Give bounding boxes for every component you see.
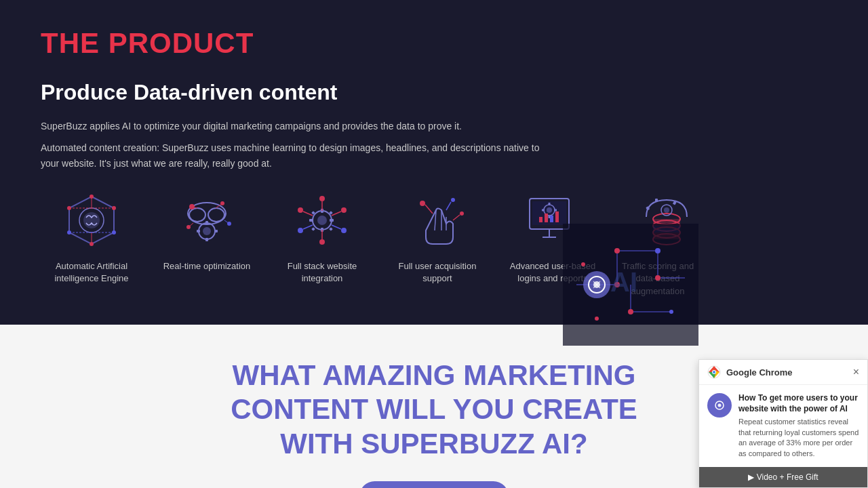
notification-popup: Google Chrome × How To get more users to… bbox=[698, 359, 868, 488]
svg-rect-23 bbox=[214, 230, 218, 232]
description-1: SuperBuzz applies AI to optimize your di… bbox=[41, 119, 549, 134]
svg-line-52 bbox=[332, 225, 341, 229]
notification-browser-label: Google Chrome bbox=[726, 367, 793, 378]
feature-user-acquisition-label: Full user acquisition support bbox=[387, 260, 488, 285]
svg-point-16 bbox=[189, 208, 205, 222]
start-free-button[interactable]: START FOR FREE > bbox=[359, 481, 509, 488]
realtime-icon bbox=[176, 191, 237, 252]
notification-content-title: How To get more users to your website wi… bbox=[738, 393, 859, 414]
stack-website-icon bbox=[292, 191, 353, 252]
svg-rect-36 bbox=[309, 219, 313, 222]
product-title: THE PRODUCT bbox=[41, 27, 827, 60]
notification-close-button[interactable]: × bbox=[853, 367, 859, 378]
svg-point-58 bbox=[451, 198, 455, 202]
description-2: Automated content creation: SuperBuzz us… bbox=[41, 140, 549, 171]
svg-point-33 bbox=[317, 216, 327, 225]
svg-point-117 bbox=[718, 404, 722, 407]
notification-content-text: Repeat customer statistics reveal that r… bbox=[738, 417, 859, 459]
svg-point-43 bbox=[298, 207, 303, 213]
features-row: Automatic Artificial intelligence Engine bbox=[41, 191, 827, 298]
top-section: THE PRODUCT Produce Data-driven content … bbox=[0, 0, 868, 325]
svg-point-99 bbox=[655, 248, 660, 253]
ai-engine-icon bbox=[61, 191, 122, 252]
svg-line-50 bbox=[303, 225, 313, 229]
svg-line-61 bbox=[446, 202, 451, 210]
svg-rect-40 bbox=[311, 227, 315, 231]
svg-point-47 bbox=[341, 207, 347, 213]
svg-line-60 bbox=[425, 205, 433, 214]
svg-rect-21 bbox=[205, 238, 208, 241]
notification-header-left: Google Chrome bbox=[707, 365, 793, 379]
svg-rect-41 bbox=[329, 227, 333, 231]
svg-point-2 bbox=[83, 212, 100, 228]
svg-point-17 bbox=[208, 208, 224, 222]
svg-point-103 bbox=[669, 310, 673, 314]
svg-rect-69 bbox=[548, 203, 550, 205]
svg-line-53 bbox=[332, 211, 341, 216]
svg-point-104 bbox=[595, 317, 599, 321]
svg-point-19 bbox=[203, 227, 211, 235]
svg-point-59 bbox=[460, 211, 464, 216]
svg-rect-73 bbox=[539, 217, 542, 222]
notification-footer[interactable]: ▶ Video + Free Gift bbox=[699, 467, 867, 487]
svg-point-88 bbox=[664, 207, 669, 213]
svg-rect-20 bbox=[205, 221, 208, 224]
feature-stack-website-label: Full stack website integration bbox=[271, 260, 373, 285]
feature-user-acquisition: Full user acquisition support bbox=[387, 191, 488, 285]
feature-stack-website: Full stack website integration bbox=[271, 191, 373, 285]
svg-point-45 bbox=[319, 239, 325, 245]
svg-rect-72 bbox=[554, 209, 557, 211]
svg-point-68 bbox=[547, 207, 552, 213]
svg-rect-22 bbox=[197, 230, 200, 232]
svg-text:AI: AI bbox=[610, 267, 637, 297]
svg-point-102 bbox=[581, 262, 585, 266]
notification-body: How To get more users to your website wi… bbox=[699, 385, 867, 467]
svg-point-114 bbox=[713, 371, 715, 373]
feature-ai-engine: Automatic Artificial intelligence Engine bbox=[41, 191, 142, 285]
svg-rect-37 bbox=[330, 219, 334, 222]
section-heading: Produce Data-driven content bbox=[41, 80, 827, 105]
svg-rect-74 bbox=[545, 214, 548, 222]
chrome-icon bbox=[707, 365, 721, 379]
cta-heading: WHAT AMAZING MARKETING CONTENT WILL YOU … bbox=[197, 359, 671, 461]
svg-line-31 bbox=[189, 223, 193, 227]
feature-realtime: Real-time optimization bbox=[156, 191, 258, 272]
svg-rect-71 bbox=[542, 209, 545, 211]
svg-line-62 bbox=[453, 215, 460, 220]
svg-point-100 bbox=[628, 309, 633, 314]
svg-rect-84 bbox=[655, 199, 658, 202]
svg-point-98 bbox=[614, 248, 620, 253]
notification-logo bbox=[707, 393, 732, 418]
svg-point-44 bbox=[298, 228, 303, 233]
svg-point-57 bbox=[420, 201, 425, 206]
notification-header: Google Chrome × bbox=[699, 360, 867, 385]
feature-ai-engine-label: Automatic Artificial intelligence Engine bbox=[41, 260, 142, 285]
svg-point-101 bbox=[655, 275, 660, 281]
svg-point-42 bbox=[319, 196, 325, 201]
svg-line-49 bbox=[303, 211, 313, 216]
svg-rect-75 bbox=[550, 216, 553, 222]
notification-content: How To get more users to your website wi… bbox=[738, 393, 859, 459]
ai-circuit-image: AI bbox=[563, 224, 698, 346]
user-acquisition-icon bbox=[407, 191, 468, 252]
feature-realtime-label: Real-time optimization bbox=[163, 260, 251, 272]
svg-point-46 bbox=[341, 228, 347, 233]
svg-rect-76 bbox=[555, 211, 559, 222]
